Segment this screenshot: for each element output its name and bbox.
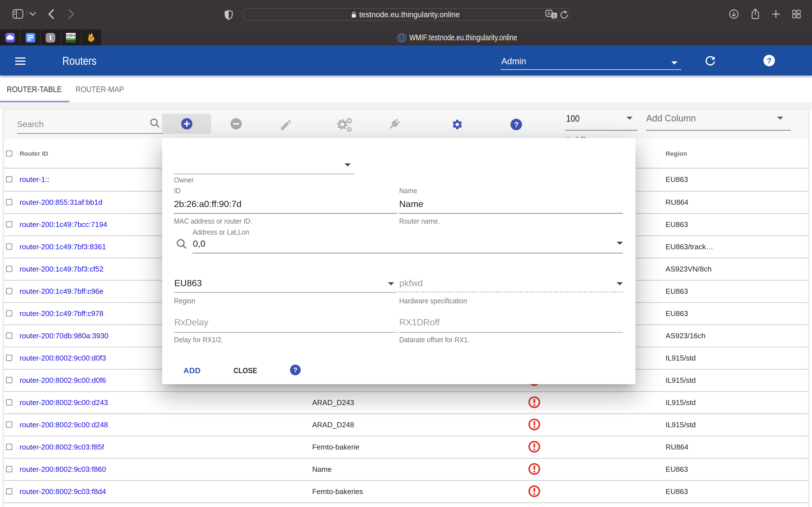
svg-text:USDA: USDA (66, 33, 75, 37)
svg-text:A: A (547, 11, 551, 16)
svg-text:?: ? (767, 57, 772, 65)
svg-text:文: 文 (552, 13, 556, 18)
svg-text:?: ? (514, 121, 519, 129)
svg-text:?: ? (293, 366, 297, 374)
